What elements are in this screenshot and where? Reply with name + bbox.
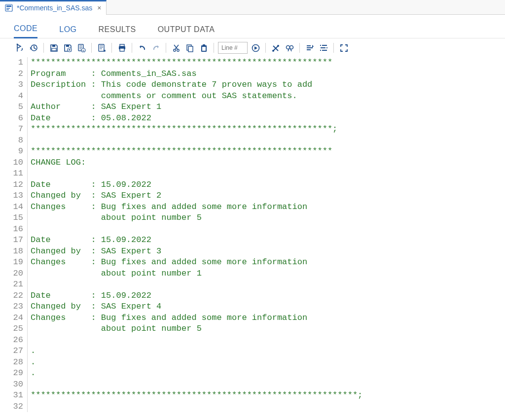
print-icon[interactable] <box>116 42 128 54</box>
line-number: 10 <box>9 157 23 169</box>
code-line: Changes : Bug fixes and added some more … <box>31 202 362 213</box>
close-tab-button[interactable]: × <box>96 4 102 12</box>
toggle-comment-icon[interactable] <box>318 42 329 54</box>
svg-rect-2 <box>6 8 10 9</box>
line-number: 26 <box>9 335 23 346</box>
toolbar-separator <box>132 43 132 53</box>
toolbar-separator <box>265 43 266 53</box>
svg-rect-23 <box>202 47 206 51</box>
goto-line-button[interactable] <box>250 42 261 54</box>
toolbar-separator <box>166 43 166 53</box>
tab-log[interactable]: LOG <box>59 25 76 38</box>
sas-file-icon <box>5 4 13 12</box>
code-line: ****************************************… <box>31 124 362 135</box>
code-line: Changes : Bug fixes and added some more … <box>31 257 362 268</box>
svg-rect-31 <box>320 50 321 51</box>
code-line: Changed by : SAS Expert 3 <box>31 246 362 257</box>
code-line <box>31 335 362 346</box>
code-line <box>31 379 362 390</box>
code-line <box>31 279 362 290</box>
line-number: 28 <box>9 357 23 368</box>
maximize-icon[interactable] <box>338 42 350 54</box>
toolbar-separator <box>333 43 334 53</box>
copy-icon[interactable] <box>184 42 196 54</box>
svg-rect-6 <box>52 45 55 47</box>
svg-rect-13 <box>99 44 104 51</box>
clear-code-icon[interactable] <box>270 42 282 54</box>
toolbar: $ <box>0 38 505 57</box>
code-line: Changed by : SAS Expert 4 <box>31 301 362 313</box>
svg-rect-3 <box>6 9 9 10</box>
line-number: 11 <box>9 168 23 179</box>
line-number: 19 <box>9 257 23 268</box>
code-line: ****************************************… <box>31 146 362 157</box>
line-number: 22 <box>9 290 23 302</box>
save-icon[interactable] <box>48 42 60 54</box>
toolbar-separator <box>299 43 300 53</box>
code-line <box>31 168 362 179</box>
find-icon[interactable] <box>284 42 295 54</box>
code-line: about point number 5 <box>31 212 362 224</box>
toolbar-separator <box>91 43 92 53</box>
save-as-icon[interactable] <box>62 42 73 54</box>
line-number: 23 <box>9 301 23 313</box>
svg-point-4 <box>17 44 18 45</box>
line-number: 8 <box>9 135 23 146</box>
run-icon[interactable] <box>14 42 26 54</box>
line-number: 31 <box>9 390 23 401</box>
code-line: . <box>31 346 362 357</box>
svg-rect-20 <box>188 46 193 52</box>
code-line: comments or comment out SAS statements. <box>31 91 362 102</box>
toolbar-separator <box>43 43 44 53</box>
line-number: 16 <box>9 224 23 235</box>
line-number: 13 <box>9 190 23 202</box>
code-line: Changes : Bug fixes and added some more … <box>31 313 362 324</box>
code-line: CHANGE LOG: <box>31 157 362 169</box>
goto-line-input[interactable] <box>218 42 248 54</box>
svg-rect-7 <box>52 48 56 51</box>
undo-icon[interactable] <box>136 42 148 54</box>
toolbar-separator <box>214 43 214 53</box>
save-snippet-icon[interactable]: $ <box>75 42 87 54</box>
paste-icon[interactable] <box>198 42 210 54</box>
tab-output-data[interactable]: OUTPUT DATA <box>158 25 215 38</box>
cut-icon[interactable] <box>170 42 182 54</box>
line-number: 17 <box>9 235 23 246</box>
code-line: Program : Comments_in_SAS.sas <box>31 69 362 80</box>
toolbar-separator <box>111 43 112 53</box>
line-number: 9 <box>9 146 23 157</box>
code-line: Date : 05.08.2022 <box>31 113 362 124</box>
file-tab[interactable]: *Comments_in_SAS.sas × <box>0 0 107 15</box>
svg-rect-16 <box>120 48 124 51</box>
code-line: . <box>31 368 362 379</box>
program-summary-icon[interactable] <box>96 42 108 54</box>
code-editor[interactable]: 1234567891011121314151617181920212223242… <box>0 57 505 412</box>
line-number: 1 <box>9 57 23 69</box>
line-number: 14 <box>9 202 23 213</box>
redo-icon[interactable] <box>150 42 162 54</box>
line-number: 3 <box>9 79 23 91</box>
line-number: 32 <box>9 401 23 413</box>
line-number: 24 <box>9 313 23 324</box>
svg-rect-29 <box>320 45 321 46</box>
line-number: 20 <box>9 268 23 280</box>
format-code-icon[interactable] <box>304 42 316 54</box>
line-number: 6 <box>9 113 23 124</box>
code-line: about point number 1 <box>31 268 362 280</box>
line-number: 25 <box>9 323 23 335</box>
tab-results[interactable]: RESULTS <box>99 25 136 38</box>
history-icon[interactable] <box>28 42 39 54</box>
code-line: ****************************************… <box>31 390 362 401</box>
svg-point-18 <box>177 49 179 51</box>
line-number: 18 <box>9 246 23 257</box>
code-line: Date : 15.09.2022 <box>31 235 362 246</box>
code-line: Changed by : SAS Expert 2 <box>31 190 362 202</box>
svg-rect-14 <box>120 44 124 46</box>
tab-code[interactable]: CODE <box>14 24 37 38</box>
code-line: about point number 5 <box>31 323 362 335</box>
code-content[interactable]: ****************************************… <box>28 57 362 412</box>
line-number: 27 <box>9 346 23 357</box>
code-line: . <box>31 357 362 368</box>
svg-rect-22 <box>203 44 205 46</box>
line-number: 15 <box>9 212 23 224</box>
